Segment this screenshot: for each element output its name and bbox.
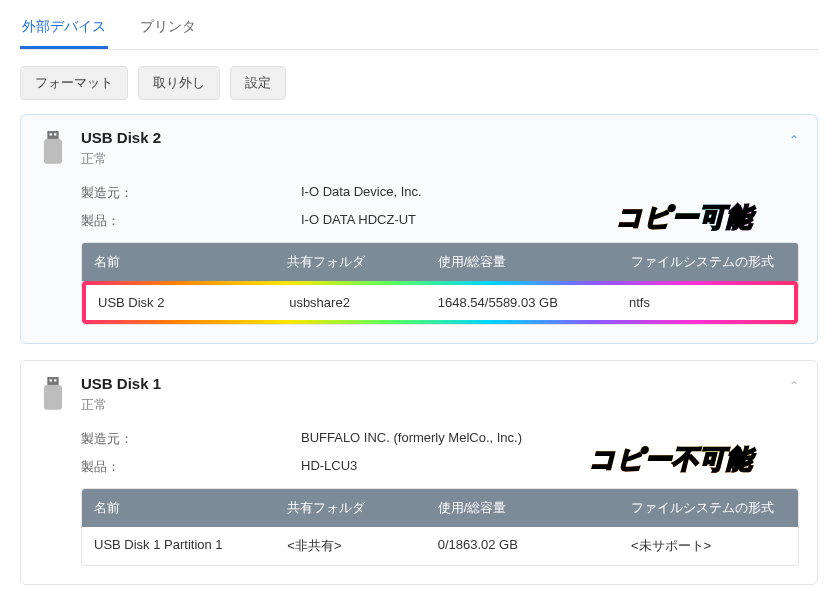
value-product: HD-LCU3 xyxy=(301,458,357,476)
cell-usage: 0/1863.02 GB xyxy=(426,527,619,565)
tab-external-devices[interactable]: 外部デバイス xyxy=(20,18,108,49)
toolbar: フォーマット 取り外し 設定 xyxy=(20,66,818,100)
table-row[interactable]: USB Disk 1 Partition 1 <非共有> 0/1863.02 G… xyxy=(82,527,798,565)
cell-fs: ntfs xyxy=(617,285,794,320)
cell-fs: <未サポート> xyxy=(619,527,798,565)
cell-name: USB Disk 2 xyxy=(86,285,277,320)
cell-share: usbshare2 xyxy=(277,285,426,320)
table-header: 名前 共有フォルダ 使用/総容量 ファイルシステムの形式 xyxy=(82,243,798,281)
tab-printer[interactable]: プリンタ xyxy=(138,18,198,49)
disk-name: USB Disk 1 xyxy=(81,375,799,392)
format-button[interactable]: フォーマット xyxy=(20,66,128,100)
col-usage: 使用/総容量 xyxy=(426,489,619,527)
partition-table: 名前 共有フォルダ 使用/総容量 ファイルシステムの形式 USB Disk 2 … xyxy=(81,242,799,325)
disk-status: 正常 xyxy=(81,150,799,168)
svg-rect-5 xyxy=(50,379,52,381)
disk-card: USB Disk 1 正常 ⌃ コピー不可能 製造元：BUFFALO INC. … xyxy=(20,360,818,585)
collapse-toggle[interactable]: ⌃ xyxy=(789,133,799,147)
col-fs: ファイルシステムの形式 xyxy=(619,489,798,527)
value-manufacturer: BUFFALO INC. (formerly MelCo., Inc.) xyxy=(301,430,522,448)
usb-icon xyxy=(39,131,67,165)
svg-rect-0 xyxy=(47,131,58,139)
settings-button[interactable]: 設定 xyxy=(230,66,286,100)
cell-name: USB Disk 1 Partition 1 xyxy=(82,527,275,565)
table-row[interactable]: USB Disk 2 usbshare2 1648.54/5589.03 GB … xyxy=(86,285,794,320)
label-manufacturer: 製造元： xyxy=(81,184,301,202)
value-manufacturer: I-O Data Device, Inc. xyxy=(301,184,422,202)
svg-rect-7 xyxy=(44,385,62,410)
disk-card: USB Disk 2 正常 ⌃ コピー可能 製造元：I-O Data Devic… xyxy=(20,114,818,344)
collapse-toggle[interactable]: ⌃ xyxy=(789,379,799,393)
label-manufacturer: 製造元： xyxy=(81,430,301,448)
col-name: 名前 xyxy=(82,243,275,281)
disk-status: 正常 xyxy=(81,396,799,414)
tabs: 外部デバイス プリンタ xyxy=(20,18,818,50)
value-product: I-O DATA HDCZ-UT xyxy=(301,212,416,230)
cell-usage: 1648.54/5589.03 GB xyxy=(426,285,617,320)
svg-rect-1 xyxy=(50,133,52,135)
eject-button[interactable]: 取り外し xyxy=(138,66,220,100)
col-name: 名前 xyxy=(82,489,275,527)
col-share: 共有フォルダ xyxy=(275,243,425,281)
svg-rect-2 xyxy=(54,133,56,135)
partition-table: 名前 共有フォルダ 使用/総容量 ファイルシステムの形式 USB Disk 1 … xyxy=(81,488,799,566)
col-usage: 使用/総容量 xyxy=(426,243,619,281)
svg-rect-3 xyxy=(44,139,62,164)
svg-rect-6 xyxy=(54,379,56,381)
col-share: 共有フォルダ xyxy=(275,489,425,527)
label-product: 製品： xyxy=(81,458,301,476)
disk-name: USB Disk 2 xyxy=(81,129,799,146)
label-product: 製品： xyxy=(81,212,301,230)
highlight-box: USB Disk 2 usbshare2 1648.54/5589.03 GB … xyxy=(82,281,798,324)
col-fs: ファイルシステムの形式 xyxy=(619,243,798,281)
table-header: 名前 共有フォルダ 使用/総容量 ファイルシステムの形式 xyxy=(82,489,798,527)
cell-share: <非共有> xyxy=(275,527,425,565)
usb-icon xyxy=(39,377,67,411)
svg-rect-4 xyxy=(47,377,58,385)
